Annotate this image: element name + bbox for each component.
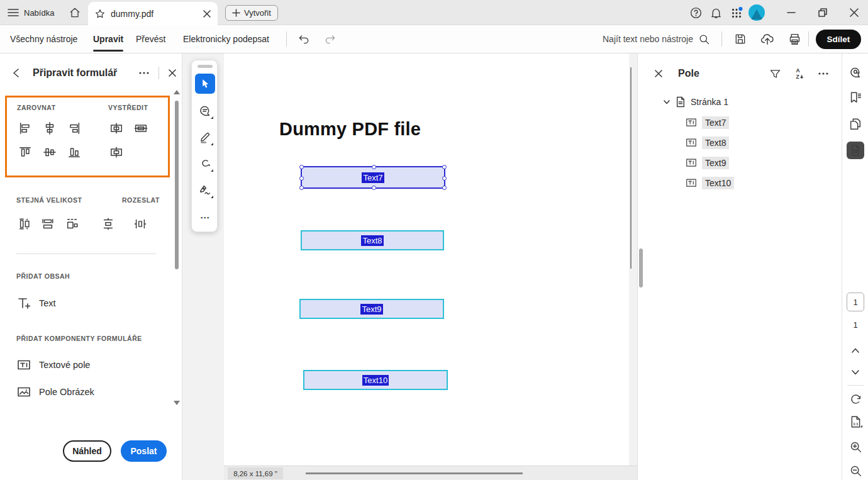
tree-item-text10[interactable]: Text10 <box>686 177 734 189</box>
zoom-out-button[interactable] <box>847 462 864 479</box>
align-bottom-icon[interactable] <box>66 144 82 160</box>
preview-button[interactable]: Náhled <box>63 440 111 462</box>
page-number-input[interactable]: 1 <box>847 293 864 311</box>
bookmarks-panel-button[interactable] <box>847 89 864 106</box>
align-left-icon[interactable] <box>17 120 33 137</box>
notifications-button[interactable] <box>708 4 724 21</box>
comment-tool-button[interactable] <box>195 101 215 121</box>
zoom-in-button[interactable] <box>847 438 864 455</box>
form-field-text9[interactable]: Text9 <box>299 299 444 319</box>
select-tool-button[interactable] <box>195 74 215 94</box>
form-field-text8[interactable]: Text8 <box>301 230 444 250</box>
add-components-title: PŘIDAT KOMPONENTY FORMULÁŘE <box>16 335 142 342</box>
undo-button[interactable] <box>296 31 312 47</box>
resize-handle-se[interactable] <box>442 186 447 190</box>
document-canvas: Dummy PDF file Text7 Text8 Text9 Text10 <box>182 53 637 480</box>
resize-handle-e[interactable] <box>442 176 447 181</box>
save-button[interactable] <box>732 31 748 47</box>
help-button[interactable] <box>687 4 704 21</box>
same-height-icon[interactable] <box>16 216 33 232</box>
document-tab[interactable]: dummy.pdf <box>88 2 218 25</box>
toolbar-drag-handle[interactable] <box>198 65 213 68</box>
distribute-vertical-icon[interactable] <box>100 216 116 232</box>
panel-scrollbar-thumb[interactable] <box>175 101 179 269</box>
tree-item-label: Text10 <box>702 177 734 189</box>
window-minimize-button[interactable] <box>779 0 804 25</box>
tree-item-text8[interactable]: Text8 <box>686 137 729 149</box>
nav-all-tools[interactable]: Všechny nástroje <box>10 25 77 53</box>
share-button[interactable]: Sdílet <box>816 30 861 49</box>
panel-scroll-up-arrow[interactable] <box>174 90 180 94</box>
nav-edit[interactable]: Upravit <box>93 25 123 53</box>
align-top-icon[interactable] <box>17 144 33 160</box>
rotate-page-button[interactable] <box>847 390 864 408</box>
bell-icon <box>709 6 723 20</box>
form-fields-panel-button[interactable] <box>847 142 864 159</box>
star-icon[interactable] <box>94 8 106 20</box>
same-size-icon[interactable] <box>64 216 81 232</box>
tree-item-text9[interactable]: Text9 <box>686 157 729 169</box>
panel-resize-grip[interactable] <box>639 248 643 287</box>
previous-page-button[interactable] <box>847 342 864 359</box>
fields-more-icon[interactable] <box>818 72 829 75</box>
redo-button[interactable] <box>322 31 338 47</box>
print-button[interactable] <box>786 31 803 47</box>
panel-more-icon[interactable] <box>138 71 150 75</box>
panel-scroll-down-arrow[interactable] <box>174 401 180 405</box>
window-restore-button[interactable] <box>810 0 835 25</box>
add-textfield-item[interactable]: Textové pole <box>16 357 90 372</box>
find-text-button[interactable]: Najít text nebo nástroje <box>603 25 710 53</box>
resize-handle-w[interactable] <box>299 176 304 181</box>
tab-close-icon[interactable] <box>203 9 211 18</box>
tree-item-text7[interactable]: Text7 <box>686 116 729 129</box>
resize-handle-sw[interactable] <box>299 186 304 190</box>
send-button[interactable]: Poslat <box>121 440 167 462</box>
comment-icon <box>198 104 212 118</box>
form-field-text7[interactable]: Text7 <box>301 166 445 189</box>
add-text-item[interactable]: Text <box>16 296 56 311</box>
add-imagefield-item[interactable]: Pole Obrázek <box>16 384 94 399</box>
tree-page-row[interactable]: Stránka 1 <box>663 96 728 108</box>
align-right-icon[interactable] <box>66 120 82 137</box>
pdf-page[interactable] <box>224 53 629 466</box>
page-thumbnails-button[interactable] <box>847 115 864 133</box>
fit-page-button[interactable]: 1:1 <box>847 413 864 430</box>
apps-waffle-button[interactable] <box>728 4 745 21</box>
highlight-tool-button[interactable] <box>195 127 215 147</box>
same-width-icon[interactable] <box>40 216 56 232</box>
distribute-horizontal-icon[interactable] <box>132 216 148 232</box>
sort-az-icon[interactable]: AZ <box>794 67 805 80</box>
align-center-horizontal-icon[interactable] <box>42 120 58 137</box>
signature-pen-icon <box>198 183 212 197</box>
share-upload-button[interactable] <box>759 31 776 47</box>
nav-esign[interactable]: Elektronicky podepsat <box>183 25 269 53</box>
user-avatar[interactable] <box>748 4 765 21</box>
center-vertically-icon[interactable] <box>133 120 149 137</box>
ellipsis-icon: ⋯ <box>200 212 210 223</box>
center-both-icon[interactable] <box>108 144 125 160</box>
panel-close-icon[interactable] <box>168 69 177 77</box>
resize-handle-n[interactable] <box>372 165 376 169</box>
resize-handle-ne[interactable] <box>442 165 447 169</box>
center-horizontally-icon[interactable] <box>108 120 125 137</box>
nav-convert[interactable]: Převést <box>136 25 165 53</box>
horizontal-scrollbar-thumb[interactable] <box>306 472 523 474</box>
filter-icon[interactable] <box>769 68 781 80</box>
main-menu-button[interactable]: Nabídka <box>8 5 54 20</box>
vertical-scrollbar-thumb[interactable] <box>630 67 632 269</box>
resize-handle-s[interactable] <box>372 186 376 190</box>
fields-close-icon[interactable] <box>654 69 663 78</box>
back-chevron-icon[interactable] <box>11 68 21 78</box>
form-field-text10[interactable]: Text10 <box>303 370 448 390</box>
resize-handle-nw[interactable] <box>299 165 304 169</box>
draw-tool-button[interactable] <box>195 153 215 174</box>
chevron-down-icon[interactable] <box>663 98 670 106</box>
create-button[interactable]: Vytvořit <box>225 5 278 21</box>
next-page-button[interactable] <box>847 364 864 381</box>
comments-panel-button[interactable] <box>847 64 864 81</box>
align-middle-icon[interactable] <box>42 144 58 160</box>
sign-tool-button[interactable] <box>195 180 215 200</box>
more-tools-button[interactable]: ⋯ <box>195 208 215 228</box>
window-close-button[interactable] <box>842 0 867 25</box>
home-button[interactable] <box>67 5 83 20</box>
